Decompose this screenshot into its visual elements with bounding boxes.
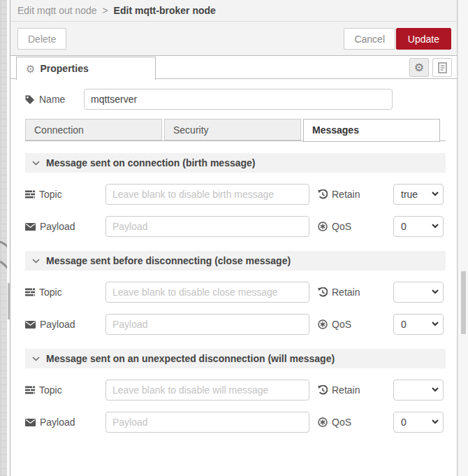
delete-button[interactable]: Delete — [17, 28, 66, 50]
will-payload-row: Payload QoS 0 — [25, 412, 446, 433]
edit-tray: Edit mqtt out node > Edit mqtt-broker no… — [10, 0, 458, 476]
payload-label-text: Payload — [40, 319, 75, 330]
qos-asterisk-icon — [318, 319, 328, 329]
node-properties-button[interactable]: ⚙ — [409, 58, 429, 77]
name-input[interactable] — [84, 89, 393, 110]
payload-label: Payload — [25, 319, 105, 330]
node-description-button[interactable] — [432, 58, 452, 77]
gear-icon: ⚙ — [26, 64, 35, 74]
tab-properties[interactable]: ⚙ Properties — [16, 57, 156, 80]
topic-icon — [25, 190, 35, 199]
payload-label-text: Payload — [40, 417, 75, 428]
tab-connection[interactable]: Connection — [25, 119, 162, 140]
retain-label-text: Retain — [332, 287, 360, 298]
name-row: Name — [25, 89, 446, 110]
chevron-down-icon — [32, 356, 40, 361]
topic-label-text: Topic — [39, 287, 62, 298]
will-topic-row: Topic Retain — [25, 380, 446, 401]
page-scrollbar[interactable] — [458, 0, 468, 476]
cancel-button[interactable]: Cancel — [344, 28, 395, 50]
birth-payload-row: Payload QoS 0 — [25, 216, 446, 237]
scrollbar-thumb[interactable] — [461, 271, 466, 334]
birth-retain-select[interactable]: true — [393, 184, 444, 205]
close-qos-select[interactable]: 0 — [393, 314, 444, 335]
tab-messages[interactable]: Messages — [303, 119, 440, 142]
birth-message-section: Message sent on connection (birth messag… — [25, 153, 446, 237]
will-retain-select[interactable] — [393, 380, 444, 401]
will-payload-input[interactable] — [105, 412, 309, 433]
tag-icon — [25, 94, 35, 104]
update-button[interactable]: Update — [396, 28, 451, 50]
envelope-icon — [25, 419, 36, 426]
retain-label: Retain — [318, 287, 385, 298]
birth-topic-row: Topic Retain true — [25, 184, 446, 205]
tab-connection-label: Connection — [34, 124, 84, 136]
properties-tab-label: Properties — [40, 63, 88, 74]
qos-label-text: QoS — [332, 221, 351, 232]
qos-label: QoS — [318, 319, 385, 330]
qos-label-text: QoS — [332, 417, 351, 428]
close-topic-row: Topic Retain — [25, 282, 446, 303]
will-topic-input[interactable] — [105, 380, 309, 401]
retain-label-text: Retain — [332, 384, 360, 396]
qos-label: QoS — [318, 417, 385, 428]
birth-topic-input[interactable] — [105, 184, 309, 205]
breadcrumb: Edit mqtt out node > Edit mqtt-broker no… — [10, 0, 457, 22]
gear-icon: ⚙ — [414, 62, 424, 73]
close-payload-input[interactable] — [105, 314, 309, 335]
topic-label-text: Topic — [39, 384, 62, 396]
breadcrumb-current: Edit mqtt-broker node — [114, 5, 216, 16]
tray-toolbar: Delete Cancel Update — [10, 22, 457, 56]
topic-label: Topic — [25, 384, 105, 396]
chevron-down-icon — [32, 259, 40, 264]
birth-section-header[interactable]: Message sent on connection (birth messag… — [25, 153, 446, 173]
broker-tabs: Connection Security Messages — [25, 119, 446, 141]
will-section-header[interactable]: Message sent on an unexpected disconnect… — [25, 349, 446, 368]
birth-payload-input[interactable] — [105, 216, 309, 237]
topic-label: Topic — [25, 189, 105, 200]
breadcrumb-separator: > — [103, 5, 108, 16]
envelope-icon — [25, 321, 36, 329]
payload-label: Payload — [25, 221, 105, 232]
close-payload-row: Payload QoS 0 — [25, 314, 446, 335]
envelope-icon — [25, 223, 36, 231]
workspace-canvas — [0, 0, 10, 476]
payload-label: Payload — [25, 417, 105, 428]
qos-label-text: QoS — [332, 319, 351, 330]
retain-history-icon — [318, 287, 328, 297]
document-icon — [438, 62, 447, 73]
retain-label-text: Retain — [332, 189, 360, 200]
tab-security[interactable]: Security — [164, 119, 301, 140]
qos-label: QoS — [318, 221, 385, 232]
payload-label-text: Payload — [40, 221, 75, 232]
close-retain-select[interactable] — [393, 282, 444, 303]
retain-history-icon — [318, 189, 328, 199]
breadcrumb-parent[interactable]: Edit mqtt out node — [17, 5, 97, 16]
birth-qos-select[interactable]: 0 — [393, 216, 444, 237]
section-title: Message sent on an unexpected disconnect… — [46, 353, 335, 364]
chevron-down-icon — [32, 161, 40, 166]
edit-form: Name Connection Security Messages Messag… — [10, 79, 457, 433]
qos-asterisk-icon — [318, 417, 328, 427]
retain-label: Retain — [318, 189, 385, 200]
close-topic-input[interactable] — [105, 282, 309, 303]
retain-history-icon — [318, 385, 328, 395]
tab-security-label: Security — [173, 124, 209, 136]
topic-label: Topic — [25, 287, 105, 298]
topic-icon — [25, 386, 35, 394]
topic-icon — [25, 288, 35, 296]
close-section-header[interactable]: Message sent before disconnecting (close… — [25, 251, 446, 271]
section-title: Message sent before disconnecting (close… — [46, 255, 291, 266]
topic-label-text: Topic — [39, 189, 62, 200]
properties-tab-bar: ⚙ Properties ⚙ — [10, 56, 457, 79]
name-label-text: Name — [39, 94, 65, 105]
close-message-section: Message sent before disconnecting (close… — [25, 251, 446, 335]
will-qos-select[interactable]: 0 — [393, 412, 444, 433]
retain-label: Retain — [318, 384, 385, 396]
will-message-section: Message sent on an unexpected disconnect… — [25, 349, 446, 433]
tab-messages-label: Messages — [312, 124, 359, 136]
qos-asterisk-icon — [318, 222, 328, 231]
name-label: Name — [25, 94, 84, 105]
section-title: Message sent on connection (birth messag… — [46, 157, 256, 168]
